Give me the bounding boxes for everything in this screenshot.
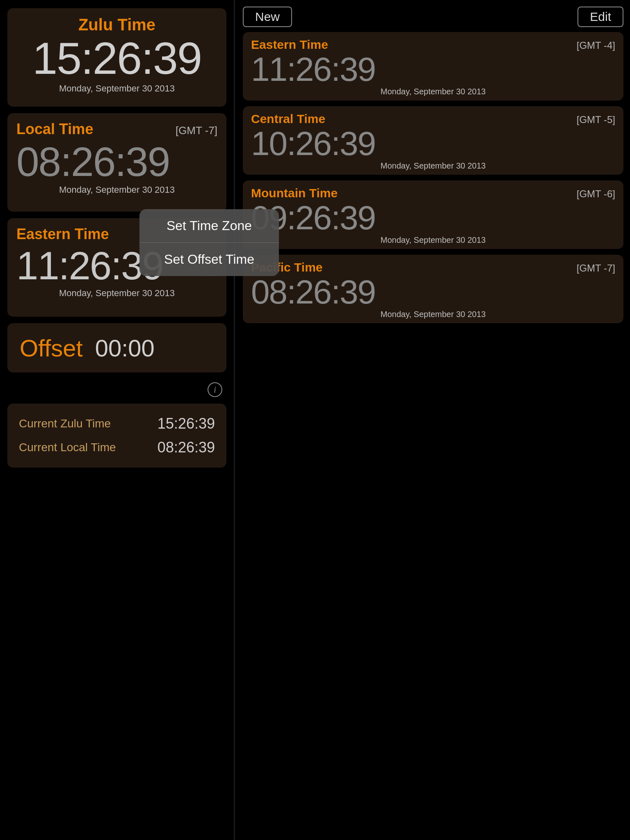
right-panel: New Edit Eastern Time [GMT -4] 11:26:39 … xyxy=(236,0,630,840)
right-time-0: 11:26:39 xyxy=(251,52,615,86)
set-timezone-option[interactable]: Set Time Zone xyxy=(139,209,279,243)
popup-arrow xyxy=(202,275,217,276)
right-card-3[interactable]: Pacific Time [GMT -7] 08:26:39 Monday, S… xyxy=(243,255,623,323)
current-zulu-label: Current Zulu Time xyxy=(19,417,111,430)
set-offset-option[interactable]: Set Offset Time xyxy=(139,243,279,276)
zulu-date: Monday, September 30 2013 xyxy=(16,83,217,94)
local-gmt: [GMT -7] xyxy=(176,124,217,137)
eastern-left-title: Eastern Time xyxy=(16,226,109,243)
eastern-left-date: Monday, September 30 2013 xyxy=(16,288,217,299)
offset-card[interactable]: Offset 00:00 xyxy=(7,323,226,372)
context-menu-popup: Set Time Zone Set Offset Time xyxy=(139,209,279,276)
right-header: New Edit xyxy=(243,0,623,32)
local-time: 08:26:39 xyxy=(16,141,217,182)
info-icon[interactable]: i xyxy=(208,382,222,397)
local-time-card[interactable]: Local Time [GMT -7] 08:26:39 Monday, Sep… xyxy=(7,113,226,212)
panel-divider xyxy=(234,0,235,840)
right-time-3: 08:26:39 xyxy=(251,275,615,309)
right-time-2: 09:26:39 xyxy=(251,201,615,235)
zulu-title: Zulu Time xyxy=(16,16,217,34)
info-icon-container: i xyxy=(7,382,226,397)
right-title-0: Eastern Time xyxy=(251,38,328,52)
right-gmt-3: [GMT -7] xyxy=(577,262,615,274)
zulu-info-row: Current Zulu Time 15:26:39 xyxy=(19,412,215,436)
right-title-1: Central Time xyxy=(251,112,325,126)
current-zulu-value: 15:26:39 xyxy=(158,415,215,432)
zulu-time-card[interactable]: Zulu Time 15:26:39 Monday, September 30 … xyxy=(7,8,226,107)
right-date-2: Monday, September 30 2013 xyxy=(251,235,615,245)
local-date: Monday, September 30 2013 xyxy=(16,185,217,195)
local-title: Local Time xyxy=(16,121,93,138)
current-local-label: Current Local Time xyxy=(19,441,116,454)
left-panel: Zulu Time 15:26:39 Monday, September 30 … xyxy=(0,0,234,840)
zulu-time: 15:26:39 xyxy=(16,36,217,81)
current-local-value: 08:26:39 xyxy=(158,439,215,456)
bottom-info-card: Current Zulu Time 15:26:39 Current Local… xyxy=(7,404,226,468)
right-date-1: Monday, September 30 2013 xyxy=(251,161,615,171)
new-button[interactable]: New xyxy=(243,7,292,27)
offset-value: 00:00 xyxy=(95,334,155,362)
right-card-2[interactable]: Mountain Time [GMT -6] 09:26:39 Monday, … xyxy=(243,180,623,249)
right-time-1: 10:26:39 xyxy=(251,127,615,160)
right-card-1[interactable]: Central Time [GMT -5] 10:26:39 Monday, S… xyxy=(243,106,623,175)
local-info-row: Current Local Time 08:26:39 xyxy=(19,436,215,459)
right-date-3: Monday, September 30 2013 xyxy=(251,310,615,319)
right-gmt-1: [GMT -5] xyxy=(577,114,615,126)
right-title-2: Mountain Time xyxy=(251,186,338,200)
right-gmt-2: [GMT -6] xyxy=(577,188,615,200)
right-gmt-0: [GMT -4] xyxy=(577,40,615,51)
right-cards-container: Eastern Time [GMT -4] 11:26:39 Monday, S… xyxy=(243,32,623,323)
edit-button[interactable]: Edit xyxy=(578,7,623,27)
offset-label: Offset xyxy=(20,334,83,362)
right-date-0: Monday, September 30 2013 xyxy=(251,87,615,96)
right-card-0[interactable]: Eastern Time [GMT -4] 11:26:39 Monday, S… xyxy=(243,32,623,100)
